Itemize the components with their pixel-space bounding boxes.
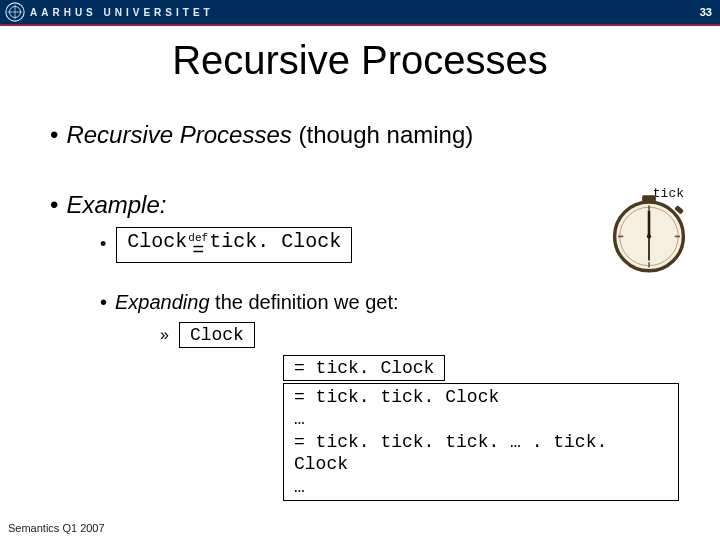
slide: AARHUS UNIVERSITET 33 Recursive Processe…	[0, 0, 720, 540]
expansion-ellipsis-2: …	[294, 477, 305, 497]
bullet-dot-icon: •	[50, 191, 58, 218]
equals-sign: =	[192, 245, 204, 257]
footer-text: Semantics Q1 2007	[8, 522, 105, 534]
clock-def-lhs: Clock	[127, 230, 187, 253]
expansion-block: = tick. Clock = tick. tick. Clock … = ti…	[282, 352, 680, 503]
header-bar: AARHUS UNIVERSITET 33	[0, 0, 720, 24]
expansion-ellipsis-1: …	[294, 409, 305, 429]
clock-def-rhs: tick. Clock	[209, 230, 341, 253]
clock-icon	[606, 190, 692, 276]
bullet-text-suffix: (though naming)	[292, 121, 473, 148]
expanding-suffix: the definition we get:	[210, 291, 399, 313]
bullet-recursive-processes: •Recursive Processes (though naming)	[50, 121, 680, 149]
clock-definition-line: • Clock def = tick. Clock	[100, 227, 680, 263]
university-name: AARHUS UNIVERSITET	[30, 7, 214, 18]
expansion-start: » Clock	[160, 322, 680, 348]
header-divider	[0, 24, 720, 26]
expansion-steps-box: = tick. tick. Clock … = tick. tick. tick…	[283, 383, 679, 502]
svg-point-8	[647, 234, 651, 238]
expansion-step-1: = tick. Clock	[283, 355, 445, 381]
slide-body: •Recursive Processes (though naming) •Ex…	[0, 83, 720, 502]
expanding-word: Expanding	[115, 291, 210, 313]
header-left: AARHUS UNIVERSITET	[0, 0, 214, 24]
bullet-dot-icon: •	[100, 291, 107, 313]
slide-number: 33	[700, 6, 712, 18]
tick-label: tick	[653, 186, 684, 201]
slide-title: Recursive Processes	[0, 38, 720, 83]
expansion-step-2: = tick. tick. Clock	[294, 387, 499, 407]
university-seal-icon	[4, 1, 26, 23]
bullet-dot-icon: •	[100, 234, 106, 255]
bullet-example: •Example:	[50, 191, 680, 219]
expansion-step-n: = tick. tick. tick. … . tick. Clock	[294, 432, 607, 475]
clock-definition-box: Clock def = tick. Clock	[116, 227, 352, 263]
clock-illustration: tick	[606, 190, 692, 276]
bullet-text: Example:	[66, 191, 166, 218]
bullet-expanding: •Expanding the definition we get:	[100, 291, 680, 314]
raquo-icon: »	[160, 326, 169, 344]
clock-box: Clock	[179, 322, 255, 348]
bullet-text-strong: Recursive Processes	[66, 121, 291, 148]
bullet-dot-icon: •	[50, 121, 58, 148]
